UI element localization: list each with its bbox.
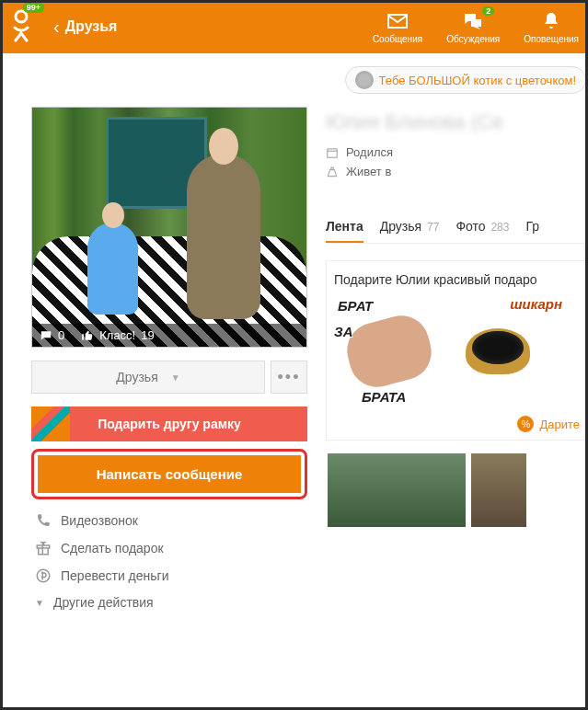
tab-photo[interactable]: Фото 283 xyxy=(455,212,509,243)
action-money[interactable]: Перевести деньги xyxy=(31,562,307,590)
money-icon xyxy=(35,567,52,584)
photo-thumb[interactable] xyxy=(471,453,526,527)
profile-tabs: Лента Друзья 77 Фото 283 Гр xyxy=(326,212,588,244)
info-lives-label: Живет в xyxy=(346,165,391,178)
gift-frame-button[interactable]: Подарить другу рамку xyxy=(31,407,307,441)
nav-notifications[interactable]: Оповещения xyxy=(524,10,579,44)
comment-count[interactable]: 0 xyxy=(58,328,64,342)
gift-frame-label: Подарить другу рамку xyxy=(98,417,241,431)
sticker-caviar[interactable]: шикарн xyxy=(452,296,562,407)
cat-icon xyxy=(355,71,374,89)
tab-friends[interactable]: Друзья 77 xyxy=(380,212,440,243)
nav-notifications-label: Оповещения xyxy=(524,34,579,44)
like-label[interactable]: Класс! xyxy=(99,328,135,342)
like-count: 19 xyxy=(141,328,154,342)
back-chevron-icon[interactable]: ‹ xyxy=(53,17,60,38)
comment-icon xyxy=(40,329,52,342)
right-column: Юлия Блинова (Се Родился Живет в Лента Д… xyxy=(326,107,588,615)
envelope-icon xyxy=(386,10,409,32)
svg-rect-2 xyxy=(328,148,338,156)
events-badge: 99+ xyxy=(23,2,44,13)
action-list: Видеозвонок Сделать подарок Перевести де… xyxy=(31,507,307,615)
bell-icon xyxy=(540,10,562,32)
promo-bar: Тебе БОЛЬШОЙ котик с цветочком! xyxy=(0,53,588,99)
chevron-down-icon: ▼ xyxy=(35,598,44,608)
location-icon xyxy=(326,166,339,178)
tab-groups[interactable]: Гр xyxy=(525,212,539,243)
discussions-icon xyxy=(462,10,484,32)
action-gift-label: Сделать подарок xyxy=(61,541,164,555)
nav-discussions-label: Обсуждения xyxy=(446,34,500,44)
gift-percent-icon: % xyxy=(517,416,534,432)
gift-footer-label: Дарите xyxy=(539,418,580,431)
nav-messages-label: Сообщения xyxy=(373,34,422,44)
nav-messages[interactable]: Сообщения xyxy=(373,10,422,44)
photo-stats-bar: 0 Класс! 19 xyxy=(32,324,306,347)
action-money-label: Перевести деньги xyxy=(61,568,169,583)
photo-strip xyxy=(326,453,588,527)
gift-footer[interactable]: % Дарите xyxy=(334,416,580,432)
action-more[interactable]: ▼ Другие действия xyxy=(31,590,307,615)
info-born-label: Родился xyxy=(346,145,393,159)
action-videocall[interactable]: Видеозвонок xyxy=(31,507,307,534)
calendar-icon xyxy=(326,146,339,159)
thumb-up-icon xyxy=(81,329,94,342)
write-message-button[interactable]: Написать сообщение xyxy=(38,455,301,493)
friends-dropdown-label: Друзья xyxy=(116,370,157,384)
discussions-badge: 2 xyxy=(482,6,494,16)
gift-block-title: Подарите Юлии красивый подаро xyxy=(334,272,580,287)
profile-name: Юлия Блинова (Се xyxy=(326,110,588,134)
friends-dropdown[interactable]: Друзья ▼ xyxy=(31,361,265,394)
sticker-brat[interactable]: БРАТ ЗА БРАТА xyxy=(334,296,444,407)
write-message-label: Написать сообщение xyxy=(97,466,243,482)
ok-logo[interactable]: 99+ xyxy=(9,7,33,46)
left-column: 0 Класс! 19 Друзья ▼ ••• Подарить другу … xyxy=(31,107,307,615)
svg-point-0 xyxy=(16,11,27,22)
more-button[interactable]: ••• xyxy=(271,361,307,394)
chevron-down-icon: ▼ xyxy=(171,372,180,383)
info-lives: Живет в xyxy=(326,165,588,178)
phone-icon xyxy=(35,512,52,529)
photo-thumb[interactable] xyxy=(328,453,466,527)
app-header: 99+ ‹ Друзья Сообщения 2 Обсуждения Опов… xyxy=(0,0,588,53)
nav-discussions[interactable]: 2 Обсуждения xyxy=(446,10,500,44)
action-videocall-label: Видеозвонок xyxy=(61,513,138,528)
action-gift[interactable]: Сделать подарок xyxy=(31,534,307,562)
tab-feed[interactable]: Лента xyxy=(326,212,363,243)
gift-icon xyxy=(35,540,52,556)
write-message-highlight: Написать сообщение xyxy=(31,449,307,499)
info-born: Родился xyxy=(326,145,588,159)
profile-photo[interactable]: 0 Класс! 19 xyxy=(31,107,307,348)
header-title[interactable]: Друзья xyxy=(65,18,118,35)
gift-suggestion-block: Подарите Юлии красивый подаро БРАТ ЗА БР… xyxy=(326,260,588,441)
promo-pill[interactable]: Тебе БОЛЬШОЙ котик с цветочком! xyxy=(345,66,586,94)
action-more-label: Другие действия xyxy=(53,595,154,610)
promo-text: Тебе БОЛЬШОЙ котик с цветочком! xyxy=(379,74,576,87)
